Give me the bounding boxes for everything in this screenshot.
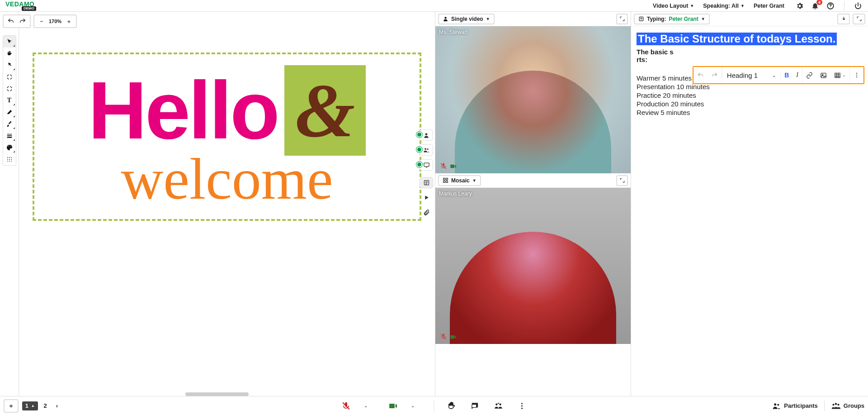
fmt-italic-button[interactable]: I [793, 67, 802, 83]
more-menu-button[interactable] [516, 400, 528, 412]
add-page-button[interactable]: ＋ [4, 399, 19, 413]
mic-settings-button[interactable]: ⌄ [363, 400, 376, 412]
caret-down-icon: ▼ [486, 17, 490, 21]
svg-point-6 [8, 146, 9, 147]
fmt-link-button[interactable] [802, 67, 816, 83]
separator [844, 1, 844, 10]
note-small-icon [638, 16, 644, 22]
cursor-icon [6, 38, 13, 45]
video-expand-bottom-button[interactable] [616, 175, 628, 186]
current-page[interactable]: 1 ▲ [22, 401, 38, 410]
chevron-right-icon: › [56, 402, 58, 409]
video-mid-bar: Mosaic ▼ [435, 173, 631, 188]
text-tool[interactable]: T [3, 95, 16, 106]
line-weight-icon [6, 133, 13, 139]
video-top-bar: Single video ▼ [435, 12, 631, 26]
attachment-button[interactable] [420, 207, 433, 218]
page-2-button[interactable]: 2 [41, 401, 50, 410]
settings-button[interactable] [795, 1, 804, 10]
more-vertical-icon [854, 72, 860, 78]
svg-point-14 [11, 159, 12, 160]
grid-dots-icon [6, 156, 13, 162]
participants-view-button[interactable] [420, 144, 433, 156]
camera-settings-button[interactable]: ⌄ [410, 400, 423, 412]
pan-tool[interactable] [3, 48, 16, 59]
focus-out-tool[interactable] [3, 83, 16, 95]
chevron-down-icon: ⌄ [364, 403, 368, 408]
fmt-undo-button[interactable] [693, 67, 708, 83]
undo-button[interactable] [6, 17, 15, 26]
line-weight-tool[interactable] [3, 130, 16, 142]
separator [434, 401, 434, 411]
hello-row: Hello & [88, 65, 366, 156]
raise-hand-button[interactable] [445, 400, 458, 412]
image-icon [820, 72, 827, 79]
ampersand-text: & [295, 72, 355, 149]
undo-icon [7, 18, 14, 25]
select-tool[interactable] [3, 36, 16, 48]
video-expand-top-button[interactable] [616, 14, 628, 24]
video-tile-2[interactable]: Markus Leary [435, 188, 631, 344]
video-layout-menu[interactable]: Video Layout ▼ [653, 3, 694, 9]
horizontal-scrollbar[interactable] [185, 392, 249, 396]
color-palette-tool[interactable] [3, 142, 16, 153]
bottom-bar: ＋ 1 ▲ 2 › ⌄ ⌄ [0, 396, 868, 415]
participant-2-video [435, 188, 631, 344]
fmt-redo-button[interactable] [708, 67, 722, 83]
notes-toggle-button[interactable] [420, 177, 433, 188]
participants-button[interactable]: Participants [772, 401, 817, 410]
zoom-out-button[interactable]: − [37, 17, 46, 26]
notes-body[interactable]: The Basic Structure of todays Lesson. Th… [631, 26, 868, 396]
logout-button[interactable] [854, 1, 863, 10]
play-button[interactable] [420, 192, 433, 203]
tool-column: T [3, 35, 16, 166]
focus-in-tool[interactable] [3, 71, 16, 83]
notification-badge: 4 [816, 0, 822, 5]
brush-tool[interactable] [3, 118, 16, 130]
notifications-button[interactable]: 4 [811, 1, 820, 10]
svg-point-7 [9, 146, 10, 147]
notes-expand-button[interactable] [853, 14, 865, 24]
play-icon [423, 194, 430, 201]
groups-button[interactable]: Groups [831, 401, 864, 411]
chevron-down-icon: ⌄ [842, 73, 846, 77]
fmt-table-button[interactable]: ⌄ [830, 67, 849, 83]
selected-image-frame[interactable]: Hello & welcome [33, 52, 421, 221]
palette-icon [6, 144, 13, 151]
fmt-more-button[interactable] [849, 67, 863, 83]
typing-indicator[interactable]: Typing: Peter Grant ▼ [634, 14, 710, 24]
canvas-area[interactable]: Hello & welcome [19, 12, 435, 396]
grid-tool[interactable] [3, 153, 16, 165]
chevron-down-icon: ⌄ [411, 403, 415, 408]
typing-user: Peter Grant [669, 16, 698, 22]
video-tile-1[interactable]: Ms. Stewart [435, 26, 631, 173]
brush-icon [6, 121, 13, 127]
active-dot-icon [416, 132, 422, 138]
presenter-view-button[interactable] [420, 129, 433, 141]
next-page-button[interactable]: › [53, 401, 61, 410]
video-mode-top-select[interactable]: Single video ▼ [438, 14, 495, 24]
typing-label: Typing: [647, 16, 666, 22]
fmt-bold-button[interactable]: B [781, 67, 793, 83]
zoom-in-button[interactable]: ＋ [64, 17, 73, 26]
fmt-heading-select[interactable]: Heading 1 ⌄ [722, 72, 781, 79]
svg-point-8 [10, 147, 11, 148]
video-mode-bottom-select[interactable]: Mosaic ▼ [438, 175, 481, 186]
screen-share-button[interactable] [420, 159, 433, 171]
download-notes-button[interactable] [837, 14, 850, 24]
svg-point-9 [7, 157, 8, 158]
svg-rect-31 [821, 73, 826, 77]
pointer-tool[interactable] [3, 59, 16, 71]
help-button[interactable] [826, 1, 835, 10]
people-icon [423, 147, 430, 153]
speaking-menu[interactable]: Speaking: All ▼ [703, 3, 745, 9]
eraser-tool[interactable] [3, 106, 16, 118]
svg-point-18 [425, 133, 428, 135]
mic-toggle-button[interactable] [340, 400, 353, 412]
mic-off-icon [342, 401, 351, 410]
redo-button[interactable] [18, 17, 27, 26]
breakout-button[interactable] [492, 400, 505, 412]
fmt-image-button[interactable] [816, 67, 830, 83]
chat-button[interactable] [469, 400, 481, 412]
camera-toggle-button[interactable] [387, 400, 400, 412]
